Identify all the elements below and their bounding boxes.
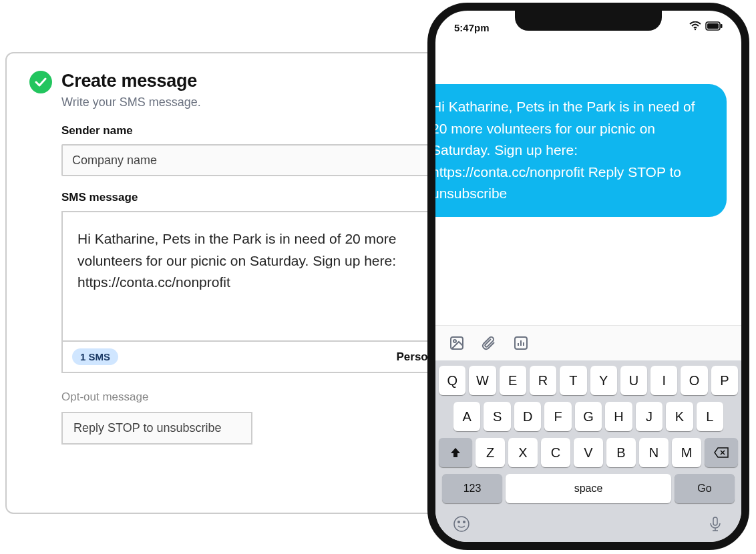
key-y[interactable]: Y xyxy=(590,366,617,395)
create-message-panel: Create message Write your SMS message. S… xyxy=(5,52,494,514)
key-v[interactable]: V xyxy=(574,438,603,467)
panel-subtitle: Write your SMS message. xyxy=(61,95,201,109)
key-r[interactable]: R xyxy=(530,366,556,395)
key-a[interactable]: A xyxy=(453,402,480,431)
key-k[interactable]: K xyxy=(666,402,693,431)
key-j[interactable]: J xyxy=(636,402,663,431)
sms-count-badge: 1 SMS xyxy=(72,348,118,365)
key-c[interactable]: C xyxy=(541,438,570,467)
phone-notch xyxy=(515,11,662,31)
panel-header: Create message Write your SMS message. xyxy=(29,71,470,109)
keyboard-footer xyxy=(435,513,741,542)
sender-name-label: Sender name xyxy=(61,124,470,137)
panel-title: Create message xyxy=(61,71,201,91)
key-t[interactable]: T xyxy=(560,366,586,395)
key-d[interactable]: D xyxy=(514,402,541,431)
keyboard-row-3: ZXCVBNM xyxy=(439,438,738,467)
bubble-tail xyxy=(427,179,429,203)
key-h[interactable]: H xyxy=(605,402,632,431)
svg-rect-10 xyxy=(713,517,717,525)
key-z[interactable]: Z xyxy=(476,438,505,467)
key-o[interactable]: O xyxy=(681,366,707,395)
message-area: Hi Katharine, Pets in the Park is in nee… xyxy=(435,39,741,311)
microphone-icon[interactable] xyxy=(707,515,724,533)
message-bubble: Hi Katharine, Pets in the Park is in nee… xyxy=(427,84,727,217)
emoji-icon[interactable] xyxy=(453,515,470,533)
poll-icon[interactable] xyxy=(512,334,530,352)
key-f[interactable]: F xyxy=(544,402,571,431)
sms-footer: 1 SMS Personalize xyxy=(63,340,469,372)
opt-out-label: Opt-out message xyxy=(61,390,470,404)
key-x[interactable]: X xyxy=(508,438,538,467)
key-q[interactable]: Q xyxy=(439,366,465,395)
wifi-icon xyxy=(689,21,701,33)
svg-point-0 xyxy=(695,29,696,30)
keyboard-toolbar xyxy=(435,325,741,360)
checkmark-icon xyxy=(29,71,52,93)
keyboard-row-1: QWERTYUIOP xyxy=(439,366,738,395)
battery-icon xyxy=(705,21,723,33)
keyboard-row-2: ASDFGHJKL xyxy=(439,402,738,431)
svg-point-7 xyxy=(454,517,469,531)
key-u[interactable]: U xyxy=(620,366,647,395)
sender-name-input[interactable] xyxy=(61,144,470,176)
key-b[interactable]: B xyxy=(606,438,636,467)
phone-preview: 5:47pm Hi Katharine, Pets in the Park is… xyxy=(427,3,749,550)
status-icons xyxy=(689,21,723,33)
sms-message-label: SMS message xyxy=(61,191,470,204)
backspace-key[interactable] xyxy=(705,438,738,467)
key-m[interactable]: M xyxy=(672,438,701,467)
key-e[interactable]: E xyxy=(500,366,526,395)
shift-key[interactable] xyxy=(439,438,472,467)
status-time: 5:47pm xyxy=(454,22,490,33)
key-i[interactable]: I xyxy=(650,366,677,395)
key-s[interactable]: S xyxy=(484,402,510,431)
key-w[interactable]: W xyxy=(469,366,496,395)
attachment-icon[interactable] xyxy=(480,334,498,352)
sms-message-text[interactable]: Hi Katharine, Pets in the Park is in nee… xyxy=(63,212,469,340)
key-g[interactable]: G xyxy=(575,402,602,431)
keyboard-row-bottom: 123 space Go xyxy=(439,474,738,503)
go-key[interactable]: Go xyxy=(675,474,735,503)
numeric-key[interactable]: 123 xyxy=(442,474,502,503)
svg-point-9 xyxy=(463,521,465,523)
key-l[interactable]: L xyxy=(697,402,723,431)
keyboard: QWERTYUIOP ASDFGHJKL ZXCVBNM 123 space G… xyxy=(435,325,741,542)
svg-point-5 xyxy=(453,340,456,342)
svg-rect-2 xyxy=(707,23,719,29)
key-p[interactable]: P xyxy=(711,366,738,395)
sms-message-editor[interactable]: Hi Katharine, Pets in the Park is in nee… xyxy=(61,211,470,373)
svg-point-8 xyxy=(458,521,460,523)
space-key[interactable]: space xyxy=(506,474,671,503)
key-n[interactable]: N xyxy=(639,438,669,467)
svg-rect-3 xyxy=(721,24,723,28)
opt-out-input[interactable]: Reply STOP to unsubscribe xyxy=(61,412,252,445)
photo-icon[interactable] xyxy=(447,334,466,352)
